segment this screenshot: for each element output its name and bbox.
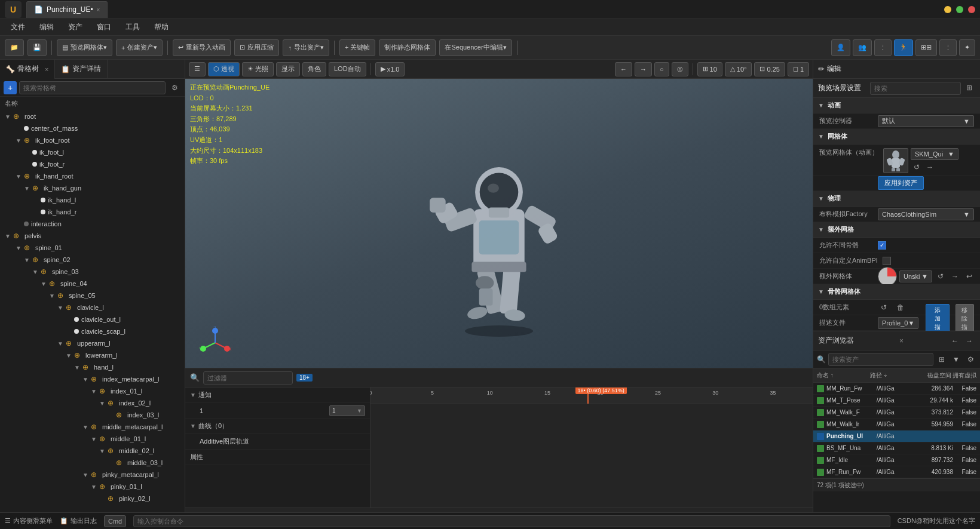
tree-content[interactable]: ▼ ⊕ root ▶ center_of_mass ▼ ⊕ ik_foot_ro… bbox=[0, 110, 185, 529]
create-asset-btn[interactable]: + 创建资产▾ bbox=[116, 39, 163, 56]
maximize-btn[interactable] bbox=[956, 6, 963, 13]
list-item[interactable]: ▼ ⊕ middle_02_l bbox=[0, 445, 185, 457]
list-item[interactable]: ▼ ⊕ spine_04 bbox=[0, 278, 185, 290]
asset-browser-close[interactable]: × bbox=[899, 337, 904, 345]
col-disk[interactable]: 磁盘空间 bbox=[923, 371, 951, 380]
col-virtual[interactable]: 拥有虚拟 bbox=[951, 371, 976, 380]
tab-close-btn[interactable]: × bbox=[97, 7, 100, 13]
list-item[interactable]: ▶ ik_foot_r bbox=[0, 158, 185, 170]
list-item[interactable]: ▼ ⊕ clavicle_l bbox=[0, 302, 185, 313]
viewport-menu-btn[interactable]: ☰ bbox=[189, 62, 206, 76]
sequencer-btn[interactable]: 在Sequencer中编辑▾ bbox=[439, 39, 512, 56]
list-item[interactable]: ▼ ⊕ index_metacarpal_l bbox=[0, 373, 185, 385]
track-1[interactable]: 1 1 ▼ bbox=[185, 403, 370, 419]
perspective-btn[interactable]: ⬡ 透视 bbox=[208, 62, 240, 76]
menu-edit[interactable]: 编辑 bbox=[33, 20, 60, 34]
open-asset-btn[interactable]: 📁 bbox=[5, 39, 24, 56]
asset-filter-btn[interactable]: ▼ bbox=[950, 353, 962, 365]
skeleton-mesh-section-header[interactable]: ▼ 骨骼网格体 bbox=[813, 284, 980, 300]
asset-row[interactable]: MM_Walk_F /All/Ga 373.812 False bbox=[813, 407, 980, 419]
asset-row[interactable]: MM_Walk_lr /All/Ga 594.959 False bbox=[813, 419, 980, 430]
bone-trash-btn[interactable]: 🗑 bbox=[895, 302, 906, 313]
reimport-btn[interactable]: ↩ 重新导入动画 bbox=[173, 39, 231, 56]
cmd-input[interactable] bbox=[133, 515, 890, 527]
layers-btn[interactable]: ◻ 1 bbox=[788, 62, 809, 76]
active-tab[interactable]: 📄 Punching_UE• × bbox=[26, 1, 108, 18]
menu-asset[interactable]: 资产 bbox=[62, 20, 88, 34]
right-search-input[interactable] bbox=[870, 82, 961, 95]
mesh-value-dropdown[interactable]: SKM_Qui ▼ bbox=[911, 148, 958, 160]
list-item[interactable]: ▼ ⊕ ik_hand_gun bbox=[0, 182, 185, 194]
menu-window[interactable]: 窗口 bbox=[91, 20, 117, 34]
list-item[interactable]: ▶ interaction bbox=[0, 218, 185, 230]
mesh-section-header[interactable]: ▼ 网格体 bbox=[813, 129, 980, 144]
list-item[interactable]: ▶ clavicle_out_l bbox=[0, 313, 185, 325]
highlight-btn[interactable]: 🏃 bbox=[894, 39, 913, 56]
menu-file[interactable]: 文件 bbox=[5, 20, 31, 34]
allow-non-bone-checkbox[interactable]: ✓ bbox=[878, 241, 886, 250]
more-btn[interactable]: ⋮ bbox=[874, 39, 892, 56]
list-item[interactable]: ▼ ⊕ middle_metacarpal_l bbox=[0, 421, 185, 433]
mesh-action-1[interactable]: ↺ bbox=[935, 270, 947, 282]
list-item[interactable]: ▼ ⊕ ik_hand_root bbox=[0, 170, 185, 182]
grid-view-btn[interactable]: ⊞ 10 bbox=[697, 62, 722, 76]
list-item[interactable]: ▶ ⊕ pinky_02_l bbox=[0, 493, 185, 505]
apply-to-asset-btn[interactable]: 应用到资产 bbox=[878, 176, 924, 190]
timeline-ruler[interactable]: 0 5 10 15 20 25 30 35 18• (0.60) (47.51%… bbox=[370, 387, 813, 508]
asset-layout-btn[interactable]: ⊞ bbox=[936, 353, 948, 365]
col-name[interactable]: 命名 ↑ bbox=[817, 371, 870, 380]
allow-anim-bpi-checkbox[interactable] bbox=[883, 257, 891, 265]
color-btn[interactable]: 角色 bbox=[302, 62, 326, 76]
content-slider-btn[interactable]: ☰ 内容侧滑菜单 bbox=[5, 516, 53, 525]
save-btn[interactable]: 💾 bbox=[27, 39, 47, 56]
tree-settings-btn[interactable]: ⚙ bbox=[168, 81, 181, 94]
list-item[interactable]: ▶ center_of_mass bbox=[0, 122, 185, 134]
list-item[interactable]: ▶ clavicle_scap_l bbox=[0, 325, 185, 337]
skeleton-tree-tab[interactable]: 🦴 骨格树 × bbox=[0, 60, 55, 79]
list-item[interactable]: ▼ ⊕ ik_foot_root bbox=[0, 134, 185, 146]
list-item[interactable]: ▶ ik_hand_l bbox=[0, 194, 185, 206]
angle-btn[interactable]: △ 10° bbox=[725, 62, 752, 76]
track-notify[interactable]: ▼ 通知 bbox=[185, 387, 370, 403]
list-item[interactable]: ▶ ik_foot_l bbox=[0, 146, 185, 158]
list-item[interactable]: ▼ ⊕ pelvis bbox=[0, 230, 185, 242]
nav-back-btn[interactable]: ← bbox=[949, 335, 961, 347]
tree-search-input[interactable] bbox=[19, 81, 166, 94]
unskinned-dropdown[interactable]: Unski ▼ bbox=[899, 270, 932, 282]
export-btn[interactable]: ↑ 导出资产▾ bbox=[283, 39, 329, 56]
extra-mesh-section-header[interactable]: ▼ 额外网格 bbox=[813, 222, 980, 238]
list-item[interactable]: ▼ ⊕ index_02_l bbox=[0, 397, 185, 409]
keyframe-btn[interactable]: + 关键帧 bbox=[339, 39, 375, 56]
asset-row-selected[interactable]: Punching_UI /All/Ga bbox=[813, 430, 980, 442]
list-item[interactable]: ▼ ⊕ spine_03 bbox=[0, 266, 185, 278]
show-btn[interactable]: 显示 bbox=[276, 62, 300, 76]
menu-tools[interactable]: 工具 bbox=[120, 20, 146, 34]
person2-btn[interactable]: 👥 bbox=[853, 39, 872, 56]
grid-btn[interactable]: ⊞⊞ bbox=[915, 39, 937, 56]
more2-btn[interactable]: ⋮ bbox=[939, 39, 957, 56]
track-properties[interactable]: 属性 bbox=[185, 450, 370, 465]
timeline-search-icon[interactable]: 🔍 bbox=[190, 373, 200, 382]
compress-btn[interactable]: ⊡ 应用压缩 bbox=[234, 39, 279, 56]
list-item[interactable]: ▼ ⊕ middle_01_l bbox=[0, 433, 185, 445]
add-bone-btn[interactable]: + bbox=[4, 81, 17, 94]
col-path[interactable]: 路径 ÷ bbox=[870, 371, 923, 380]
profile-dropdown[interactable]: Profile_0 ▼ bbox=[878, 317, 918, 329]
list-item[interactable]: ▶ ⊕ index_03_l bbox=[0, 409, 185, 421]
star-btn[interactable]: ✦ bbox=[959, 39, 975, 56]
animation-section-header[interactable]: ▼ 动画 bbox=[813, 98, 980, 113]
vp-controls-3[interactable]: ○ bbox=[654, 62, 669, 76]
vp-controls-2[interactable]: → bbox=[635, 62, 652, 76]
preview-controller-dropdown[interactable]: 默认 ▼ bbox=[878, 115, 974, 127]
track-additive[interactable]: Additive图层轨道 bbox=[185, 434, 370, 450]
skeleton-tree-close[interactable]: × bbox=[45, 66, 48, 73]
list-item[interactable]: ▼ ⊕ pinky_metacarpal_l bbox=[0, 469, 185, 481]
bone-refresh-btn[interactable]: ↺ bbox=[878, 302, 890, 313]
person-btn[interactable]: 👤 bbox=[831, 39, 850, 56]
asset-settings-btn[interactable]: ⚙ bbox=[964, 353, 976, 365]
asset-row[interactable]: MF_Run_Fw /All/Ga 420.938 False bbox=[813, 466, 980, 478]
list-item[interactable]: ▼ ⊕ spine_05 bbox=[0, 290, 185, 302]
asset-row[interactable]: MF_Idle /All/Ga 897.732 False bbox=[813, 454, 980, 466]
mesh-action-3[interactable]: ↩ bbox=[963, 270, 975, 282]
vp-controls-1[interactable]: ← bbox=[615, 62, 632, 76]
